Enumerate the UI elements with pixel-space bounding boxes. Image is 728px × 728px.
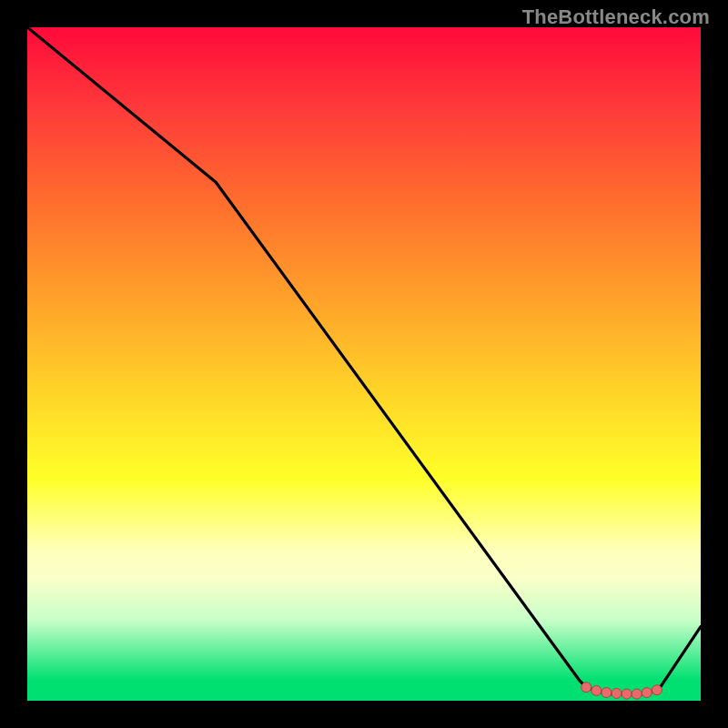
marker-dot [632, 689, 642, 699]
marker-dot [642, 688, 652, 698]
plot-area [27, 27, 701, 701]
marker-dot [581, 682, 592, 693]
marker-dot [592, 685, 602, 695]
marker-dot [652, 685, 662, 695]
watermark-text: TheBottleneck.com [522, 5, 710, 29]
chart-frame: TheBottleneck.com [0, 0, 728, 728]
marker-cluster [581, 682, 662, 699]
chart-svg [27, 27, 701, 701]
marker-dot [602, 688, 612, 698]
marker-dot [622, 689, 632, 699]
chart-line [27, 27, 701, 694]
marker-dot [612, 688, 622, 698]
